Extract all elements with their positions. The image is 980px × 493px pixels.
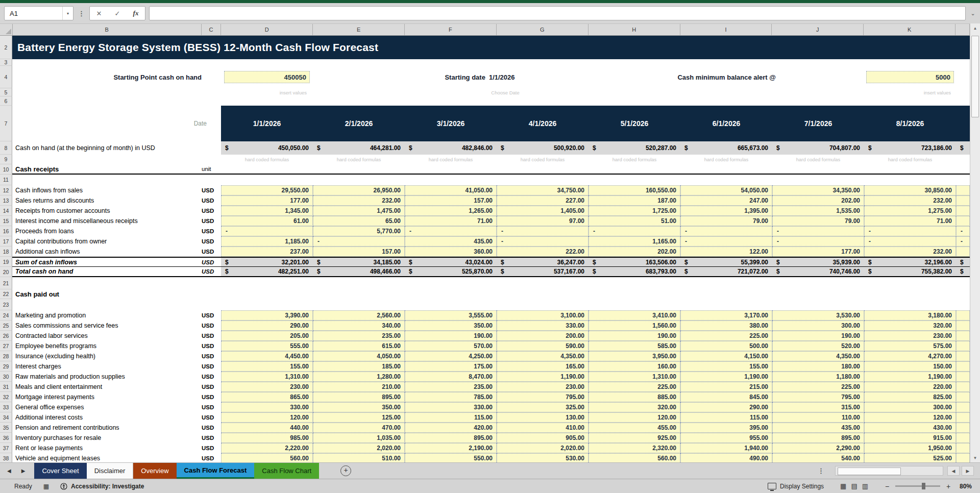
cell-G20[interactable]: $537,167.00 [497, 267, 589, 276]
cell-E29[interactable]: 185.00 [313, 361, 405, 372]
cell-K14[interactable]: 1,275.00 [864, 206, 956, 216]
cell-D13[interactable]: 177.00 [221, 195, 313, 206]
row-header-21[interactable]: 21 [0, 277, 12, 289]
cell-B10[interactable]: Cash receipts [12, 164, 202, 174]
cell-J29[interactable]: 180.00 [772, 361, 864, 372]
cell-B25[interactable]: Sales commissions and service fees [12, 321, 202, 331]
cell-L17-partial[interactable]: - [956, 236, 970, 246]
row-header-29[interactable]: 29 [0, 361, 12, 372]
month-header-H7[interactable]: 5/1/2026 [589, 119, 680, 128]
cell-K18[interactable]: 232.00 [864, 246, 956, 257]
cell-G24[interactable]: 3,100.00 [497, 310, 589, 321]
cell-L35-partial[interactable] [956, 423, 970, 433]
cell-H25[interactable]: 1,560.00 [589, 321, 680, 331]
cell-J26[interactable]: 190.00 [772, 331, 864, 341]
cell-I15[interactable]: 79.00 [680, 216, 772, 226]
cell-H31[interactable]: 225.00 [589, 382, 680, 392]
cell-B32[interactable]: Mortgage interest payments [12, 392, 202, 402]
row-header-12[interactable]: 12 [0, 185, 12, 195]
cell-B18[interactable]: Additional cash inflows [12, 246, 202, 257]
cell-B36[interactable]: Inventory purchases for resale [12, 433, 202, 443]
cell-H8[interactable]: $520,287.00 [589, 141, 680, 155]
cell-D14[interactable]: 1,345.00 [221, 206, 313, 216]
cell-L36-partial[interactable] [956, 433, 970, 443]
cell-B38[interactable]: Vehicle and equipment leases [12, 453, 202, 463]
cell-D31[interactable]: 230.00 [221, 382, 313, 392]
cell-K35[interactable]: 430.00 [864, 423, 956, 433]
month-header-G7[interactable]: 4/1/2026 [497, 119, 589, 128]
cell-F24[interactable]: 3,555.00 [405, 310, 497, 321]
tab-prev-icon[interactable]: ◀ [7, 468, 11, 474]
cancel-icon[interactable]: ✕ [90, 10, 108, 17]
month-header-D7[interactable]: 1/1/2026 [221, 119, 313, 128]
cell-L28-partial[interactable] [956, 351, 970, 361]
cell-K12[interactable]: 30,850.00 [864, 185, 956, 195]
cell-L20-partial[interactable]: $ [956, 267, 970, 276]
cell-D24[interactable]: 3,390.00 [221, 310, 313, 321]
cell-E17[interactable]: - [313, 236, 405, 246]
cell-C24[interactable]: USD [202, 310, 221, 321]
cell-L14-partial[interactable] [956, 206, 970, 216]
row-header-25[interactable]: 25 [0, 321, 12, 331]
cell-I26[interactable]: 225.00 [680, 331, 772, 341]
cell-C12[interactable]: USD [202, 185, 221, 195]
cell-D20[interactable]: $482,251.00 [221, 267, 313, 276]
cell-I25[interactable]: 380.00 [680, 321, 772, 331]
cell-C15[interactable]: USD [202, 216, 221, 226]
cell-I29[interactable]: 155.00 [680, 361, 772, 372]
horizontal-scroll-thumb[interactable] [838, 467, 901, 475]
cell-J33[interactable]: 315.00 [772, 402, 864, 412]
cell-J13[interactable]: 202.00 [772, 195, 864, 206]
cell-G14[interactable]: 1,405.00 [497, 206, 589, 216]
new-sheet-button[interactable]: + [340, 465, 351, 476]
cell-I37[interactable]: 1,940.00 [680, 443, 772, 453]
cell-F20[interactable]: $525,870.00 [405, 267, 497, 276]
tab-next-icon[interactable]: ▶ [21, 468, 26, 474]
cell-G31[interactable]: 230.00 [497, 382, 589, 392]
cell-J25[interactable]: 300.00 [772, 321, 864, 331]
row-header-36[interactable]: 36 [0, 433, 12, 443]
cell-D29[interactable]: 155.00 [221, 361, 313, 372]
display-settings-button[interactable]: Display Settings [768, 483, 824, 490]
insert-function-icon[interactable]: fx [127, 9, 145, 17]
cell-H35[interactable]: 455.00 [589, 423, 680, 433]
starting-date-group[interactable]: Starting date1/1/2026 [368, 66, 592, 88]
cell-J35[interactable]: 435.00 [772, 423, 864, 433]
column-header-D[interactable]: D [221, 24, 313, 35]
cell-E35[interactable]: 470.00 [313, 423, 405, 433]
month-header-I7[interactable]: 6/1/2026 [680, 119, 772, 128]
cell-B9[interactable] [12, 155, 202, 164]
row-header-7[interactable]: 7 [0, 106, 12, 141]
cell-E33[interactable]: 350.00 [313, 402, 405, 412]
cell-E15[interactable]: 65.00 [313, 216, 405, 226]
cell-E13[interactable]: 232.00 [313, 195, 405, 206]
zoom-in-button[interactable]: + [945, 482, 952, 490]
cell-I31[interactable]: 215.00 [680, 382, 772, 392]
cell-H18[interactable]: 202.00 [589, 246, 680, 257]
cell-I14[interactable]: 1,395.00 [680, 206, 772, 216]
cell-B8[interactable]: Cash on hand (at the beginning of month)… [12, 141, 202, 155]
row-header-10[interactable]: 10 [0, 164, 12, 175]
cell-J15[interactable]: 79.00 [772, 216, 864, 226]
cell-I16[interactable]: - [680, 226, 772, 236]
row-header-22[interactable]: 22 [0, 289, 12, 299]
cell-B24[interactable]: Marketing and promotion [12, 310, 202, 321]
cell-F27[interactable]: 570.00 [405, 341, 497, 351]
cell-K8[interactable]: $723,186.00 [864, 141, 956, 155]
cell-E38[interactable]: 510.00 [313, 453, 405, 463]
cell-D19[interactable]: $32,201.00 [221, 258, 313, 266]
cell-H16[interactable]: - [589, 226, 680, 236]
row-header-13[interactable]: 13 [0, 195, 12, 206]
cell-J19[interactable]: $35,939.00 [772, 258, 864, 266]
cell-C36[interactable]: USD [202, 433, 221, 443]
cell-D35[interactable]: 440.00 [221, 423, 313, 433]
cell-L18-partial[interactable] [956, 246, 970, 257]
cell-J12[interactable]: 34,350.00 [772, 185, 864, 195]
row-header-31[interactable]: 31 [0, 382, 12, 392]
cell-E34[interactable]: 125.00 [313, 412, 405, 423]
cell-C29[interactable]: USD [202, 361, 221, 372]
scroll-up-icon[interactable]: ▲ [970, 23, 980, 33]
cell-B28[interactable]: Insurance (excluding health) [12, 351, 202, 361]
cell-I17[interactable]: - [680, 236, 772, 246]
cell-J37[interactable]: 2,290.00 [772, 443, 864, 453]
